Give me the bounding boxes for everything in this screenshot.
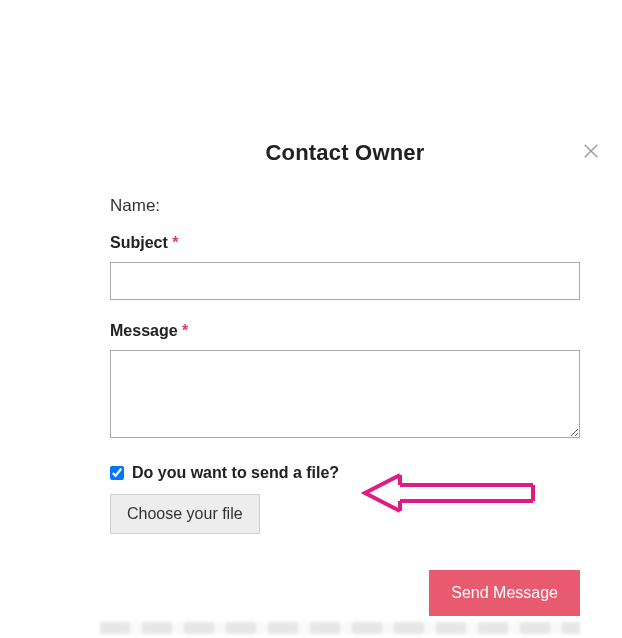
close-icon — [582, 142, 600, 160]
modal-title: Contact Owner — [110, 140, 580, 166]
subject-label-text: Subject — [110, 234, 168, 251]
contact-owner-modal: Contact Owner Name: Subject * Message * … — [110, 140, 580, 616]
message-label-text: Message — [110, 322, 178, 339]
background-smudge — [100, 622, 580, 634]
send-file-label: Do you want to send a file? — [132, 464, 339, 482]
message-label: Message * — [110, 322, 580, 340]
required-mark: * — [172, 234, 178, 251]
send-file-checkbox[interactable] — [110, 466, 124, 480]
subject-label: Subject * — [110, 234, 580, 252]
modal-header: Contact Owner — [110, 140, 580, 166]
send-message-button[interactable]: Send Message — [429, 570, 580, 616]
name-label: Name: — [110, 196, 580, 216]
choose-file-button[interactable]: Choose your file — [110, 494, 260, 534]
required-mark: * — [182, 322, 188, 339]
modal-actions: Send Message — [110, 570, 580, 616]
message-textarea[interactable] — [110, 350, 580, 438]
close-button[interactable] — [582, 142, 602, 162]
send-file-row: Do you want to send a file? — [110, 464, 580, 482]
subject-input[interactable] — [110, 262, 580, 300]
